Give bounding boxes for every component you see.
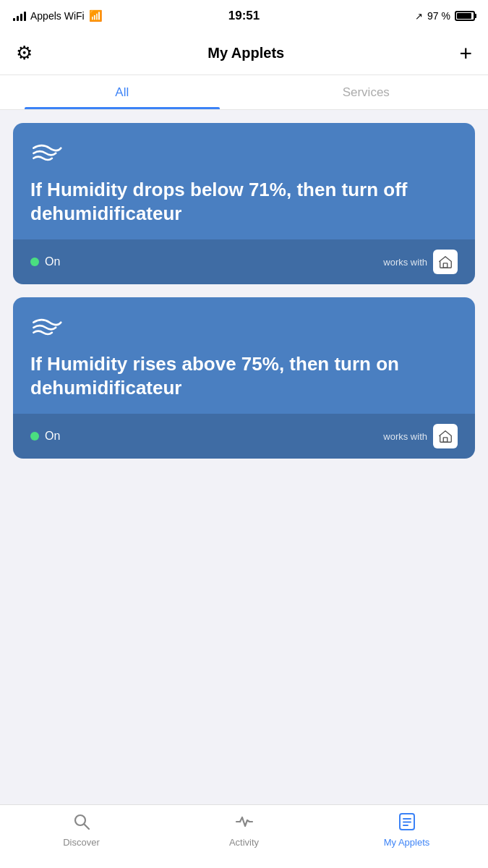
page-title: My Applets	[207, 45, 284, 61]
tab-services[interactable]: Services	[244, 75, 489, 109]
status-bar: Appels WiFi 📶 19:51 ↗ 97 %	[0, 0, 488, 32]
works-with-label-2: works with	[383, 431, 427, 442]
my-applets-label: My Applets	[384, 837, 430, 848]
svg-rect-0	[443, 263, 448, 268]
tabs-bar: All Services	[0, 75, 488, 110]
search-icon	[72, 812, 91, 834]
home-icon-1	[433, 250, 458, 274]
wind-icon-1	[30, 139, 458, 168]
battery-percent: 97 %	[427, 10, 450, 22]
svg-rect-1	[443, 438, 448, 442]
add-applet-button[interactable]: +	[459, 43, 472, 64]
applet-2-works-with: works with	[383, 424, 458, 448]
status-dot-1	[30, 258, 39, 266]
activity-icon	[235, 812, 254, 834]
applet-card-2[interactable]: If Humidity rises above 75%, then turn o…	[13, 297, 475, 459]
carrier-label: Appels WiFi	[30, 10, 85, 22]
signal-bars-icon	[13, 11, 26, 21]
applets-list: If Humidity drops below 71%, then turn o…	[0, 110, 488, 459]
applet-2-title: If Humidity rises above 75%, then turn o…	[30, 352, 458, 399]
applet-1-status-label: On	[45, 255, 60, 268]
works-with-label-1: works with	[383, 257, 427, 268]
applets-icon	[398, 812, 416, 834]
tab-all[interactable]: All	[0, 75, 244, 109]
applet-2-status-label: On	[45, 430, 60, 443]
status-right: ↗ 97 %	[415, 10, 475, 22]
discover-label: Discover	[63, 837, 100, 848]
activity-label: Activity	[229, 837, 259, 848]
status-time: 19:51	[228, 9, 260, 23]
location-icon: ↗	[415, 11, 423, 22]
applet-card-1-body: If Humidity drops below 71%, then turn o…	[13, 123, 475, 239]
applet-1-works-with: works with	[383, 250, 458, 274]
home-icon-2	[433, 424, 458, 448]
battery-icon	[455, 11, 475, 21]
bottom-tab-bar: Discover Activity My Applets	[0, 804, 488, 868]
wifi-icon: 📶	[89, 9, 103, 22]
status-dot-2	[30, 432, 39, 441]
bottom-tab-my-applets[interactable]: My Applets	[325, 812, 488, 848]
applet-1-status: On	[30, 255, 60, 268]
bottom-tab-discover[interactable]: Discover	[0, 812, 163, 848]
status-left: Appels WiFi 📶	[13, 9, 103, 22]
gear-icon[interactable]: ⚙	[16, 42, 33, 64]
applet-card-2-body: If Humidity rises above 75%, then turn o…	[13, 297, 475, 414]
applet-1-title: If Humidity drops below 71%, then turn o…	[30, 178, 458, 225]
applet-card-1-footer: On works with	[13, 239, 475, 284]
applet-card-2-footer: On works with	[13, 414, 475, 459]
svg-line-3	[84, 825, 89, 830]
applet-card-1[interactable]: If Humidity drops below 71%, then turn o…	[13, 123, 475, 284]
applet-2-status: On	[30, 430, 60, 443]
header: ⚙ My Applets +	[0, 32, 488, 75]
bottom-tab-activity[interactable]: Activity	[163, 812, 325, 848]
wind-icon-2	[30, 313, 458, 342]
